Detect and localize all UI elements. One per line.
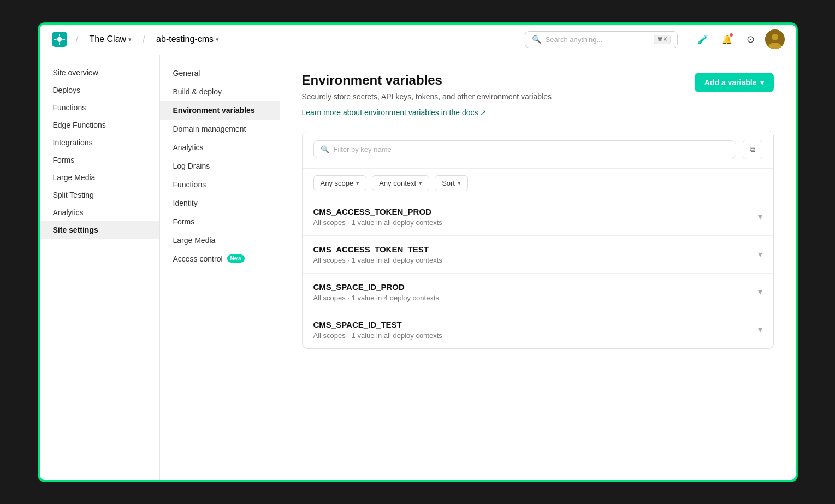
mid-nav-domain-management[interactable]: Domain management	[160, 120, 280, 138]
sidebar-item-deploys[interactable]: Deploys	[40, 81, 159, 99]
middle-sidebar: General Build & deploy Environment varia…	[160, 55, 280, 480]
page-subtitle: Securely store secrets, API keys, tokens…	[302, 92, 552, 101]
mid-nav-functions[interactable]: Functions	[160, 175, 280, 194]
env-var-name: CMS_ACCESS_TOKEN_TEST	[313, 245, 442, 254]
panel-toolbar: 🔍 Filter by key name ⧉	[303, 131, 773, 169]
env-var-row[interactable]: CMS_ACCESS_TOKEN_TEST All scopes · 1 val…	[303, 236, 773, 274]
user-avatar[interactable]	[765, 29, 785, 49]
chevron-down-icon-2: ▾	[216, 36, 219, 43]
env-var-info: CMS_ACCESS_TOKEN_PROD All scopes · 1 val…	[313, 207, 442, 227]
filter-placeholder: Filter by key name	[334, 145, 392, 153]
sidebar-item-site-overview[interactable]: Site overview	[40, 64, 159, 81]
flask-button[interactable]: 🧪	[693, 29, 713, 49]
search-placeholder: Search anything...	[546, 35, 650, 44]
page-title: Environment variables	[302, 73, 552, 88]
sidebar-item-large-media[interactable]: Large Media	[40, 169, 159, 186]
app-frame: / The Claw ▾ / ab-testing-cms ▾ 🔍 Search…	[38, 23, 797, 482]
expand-icon[interactable]: ▾	[758, 211, 762, 222]
mid-nav-log-drains[interactable]: Log Drains	[160, 157, 280, 175]
expand-icon[interactable]: ▾	[758, 249, 762, 259]
header: / The Claw ▾ / ab-testing-cms ▾ 🔍 Search…	[40, 25, 796, 55]
env-var-info: CMS_SPACE_ID_TEST All scopes · 1 value i…	[313, 320, 442, 340]
filter-search-icon: 🔍	[321, 145, 329, 153]
docs-link[interactable]: Learn more about environment variables i…	[302, 108, 487, 117]
content-header-row: Environment variables Securely store sec…	[302, 73, 774, 117]
env-var-row[interactable]: CMS_SPACE_ID_TEST All scopes · 1 value i…	[303, 311, 773, 348]
mid-nav-access-control[interactable]: Access control New	[160, 250, 280, 268]
add-variable-button[interactable]: Add a variable ▾	[695, 73, 774, 92]
netlify-logo	[51, 31, 68, 48]
new-badge: New	[227, 254, 245, 263]
env-var-meta: All scopes · 1 value in 4 deploy context…	[313, 294, 440, 302]
sidebar-item-split-testing[interactable]: Split Testing	[40, 186, 159, 204]
access-control-label: Access control	[173, 254, 223, 263]
mid-nav-build-deploy[interactable]: Build & deploy	[160, 82, 280, 101]
env-var-meta: All scopes · 1 value in all deploy conte…	[313, 256, 442, 264]
left-sidebar: Site overview Deploys Functions Edge Fun…	[40, 55, 160, 480]
scope-dropdown[interactable]: Any scope ▾	[313, 175, 367, 191]
search-shortcut: ⌘K	[654, 35, 670, 44]
context-dropdown[interactable]: Any context ▾	[372, 175, 429, 191]
mid-nav-large-media[interactable]: Large Media	[160, 231, 280, 250]
mid-nav-identity[interactable]: Identity	[160, 194, 280, 212]
env-var-row[interactable]: CMS_ACCESS_TOKEN_PROD All scopes · 1 val…	[303, 198, 773, 236]
breadcrumb-project-label: ab-testing-cms	[156, 34, 214, 44]
svg-point-7	[772, 34, 778, 40]
sidebar-item-integrations[interactable]: Integrations	[40, 134, 159, 151]
main-content: Environment variables Securely store sec…	[280, 55, 796, 480]
copy-button[interactable]: ⧉	[743, 140, 762, 159]
filter-input[interactable]: 🔍 Filter by key name	[313, 140, 736, 158]
help-button[interactable]: ⊙	[741, 29, 761, 49]
breadcrumb-org-label: The Claw	[90, 34, 127, 44]
context-label: Any context	[379, 179, 416, 187]
sort-chevron-icon: ▾	[458, 180, 461, 187]
env-var-info: CMS_SPACE_ID_PROD All scopes · 1 value i…	[313, 282, 440, 302]
env-variables-list: CMS_ACCESS_TOKEN_PROD All scopes · 1 val…	[303, 198, 773, 348]
sidebar-item-functions[interactable]: Functions	[40, 99, 159, 116]
scope-chevron-icon: ▾	[356, 180, 359, 187]
sidebar-item-site-settings[interactable]: Site settings	[40, 221, 159, 239]
breadcrumb-separator-2: /	[143, 34, 145, 45]
variables-panel: 🔍 Filter by key name ⧉ Any scope ▾ Any c…	[302, 131, 774, 349]
breadcrumb-org[interactable]: The Claw ▾	[86, 32, 135, 46]
header-actions: 🧪 🔔 ⊙	[693, 29, 785, 49]
context-chevron-icon: ▾	[419, 180, 422, 187]
sort-label: Sort	[442, 179, 455, 187]
mid-nav-forms[interactable]: Forms	[160, 212, 280, 231]
env-var-info: CMS_ACCESS_TOKEN_TEST All scopes · 1 val…	[313, 245, 442, 264]
env-var-row[interactable]: CMS_SPACE_ID_PROD All scopes · 1 value i…	[303, 274, 773, 311]
panel-actions: ⧉	[743, 140, 762, 159]
env-var-meta: All scopes · 1 value in all deploy conte…	[313, 331, 442, 340]
search-box[interactable]: 🔍 Search anything... ⌘K	[525, 31, 678, 48]
notification-dot	[729, 33, 733, 37]
sidebar-item-forms[interactable]: Forms	[40, 151, 159, 169]
expand-icon[interactable]: ▾	[758, 324, 762, 335]
chevron-down-icon-btn: ▾	[760, 78, 764, 87]
env-var-name: CMS_SPACE_ID_TEST	[313, 320, 442, 329]
svg-point-1	[58, 38, 61, 41]
breadcrumb-project[interactable]: ab-testing-cms ▾	[153, 32, 222, 46]
env-var-meta: All scopes · 1 value in all deploy conte…	[313, 218, 442, 227]
sidebar-item-edge-functions[interactable]: Edge Functions	[40, 116, 159, 134]
main-layout: Site overview Deploys Functions Edge Fun…	[40, 55, 796, 480]
sort-dropdown[interactable]: Sort ▾	[435, 175, 468, 191]
filter-row: Any scope ▾ Any context ▾ Sort ▾	[303, 169, 773, 198]
search-icon: 🔍	[532, 35, 541, 44]
breadcrumb-separator-1: /	[76, 34, 79, 45]
content-title-section: Environment variables Securely store sec…	[302, 73, 552, 117]
add-variable-label: Add a variable	[704, 78, 757, 87]
env-var-name: CMS_ACCESS_TOKEN_PROD	[313, 207, 442, 216]
sidebar-item-analytics[interactable]: Analytics	[40, 204, 159, 221]
search-area: 🔍 Search anything... ⌘K	[525, 31, 678, 48]
mid-nav-general[interactable]: General	[160, 64, 280, 82]
mid-nav-env-variables[interactable]: Environment variables	[160, 101, 280, 120]
expand-icon[interactable]: ▾	[758, 287, 762, 297]
mid-nav-analytics[interactable]: Analytics	[160, 138, 280, 157]
notifications-button[interactable]: 🔔	[717, 29, 737, 49]
env-var-name: CMS_SPACE_ID_PROD	[313, 282, 440, 292]
scope-label: Any scope	[321, 179, 354, 187]
chevron-down-icon: ▾	[128, 36, 132, 43]
